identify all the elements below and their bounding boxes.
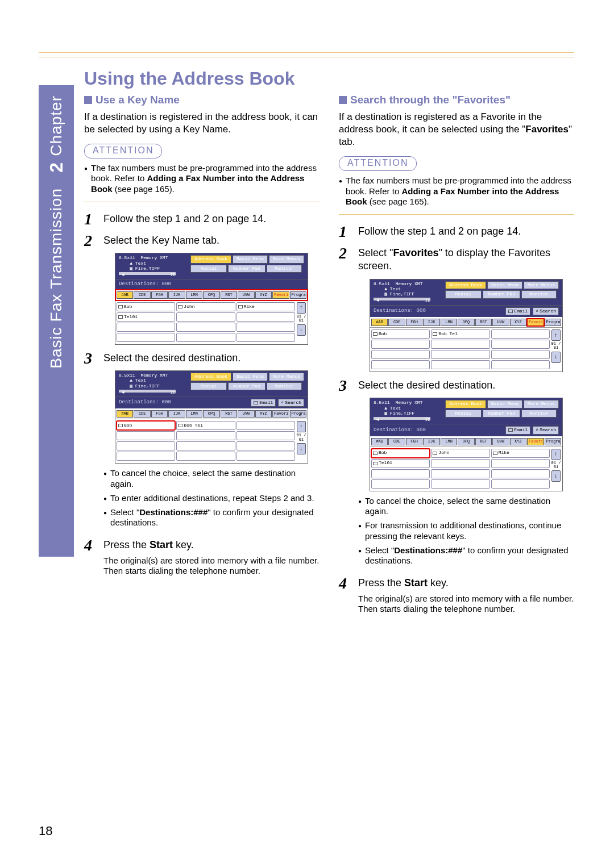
entry-bob-highlighted[interactable]: Bob [371, 449, 430, 458]
fax-icon [178, 424, 182, 427]
email-icon [178, 305, 182, 308]
tab-ab[interactable]: #AB [117, 291, 133, 299]
column-left: Use a Key Name If a destination is regis… [84, 93, 320, 615]
email-icon [493, 452, 497, 455]
tab-uvw[interactable]: UVW [238, 291, 254, 299]
step-3-left: 3 Select the desired destination. 8.5x11… [84, 350, 320, 532]
email-icon [238, 305, 243, 308]
attention-badge: ATTENTION [84, 144, 162, 158]
tab-program-group[interactable]: Program/Group [290, 291, 306, 299]
page-number: 18 [39, 824, 52, 838]
address-book-button[interactable]: Address Book [190, 255, 231, 263]
page-title: Using the Address Book [84, 68, 294, 89]
step-2-left: 2 Select the Key Name tab. 8.5x11 Memory… [84, 233, 320, 345]
tab-fgh[interactable]: FGH [151, 291, 168, 299]
bullet-cancel-left: To cancel the choice, select the same de… [103, 468, 320, 490]
bullet-repeat-left: To enter additional destinations, repeat… [103, 493, 320, 504]
email-icon [433, 452, 437, 455]
tab-rst[interactable]: RST [221, 291, 237, 299]
email-icon [373, 332, 377, 336]
step-2-right: 2 Select "Favorites" to display the Favo… [339, 245, 574, 372]
step-3-right: 3 Select the desired destination. 8.5x11… [339, 378, 574, 570]
basic-menu-button[interactable]: Basic Menu [233, 255, 268, 263]
fax-screen-keyname-tabs: 8.5x11 Memory XMT ▲ Text ▦ Fine,TIFF ◄ID… [115, 253, 308, 345]
fax-icon [373, 462, 377, 465]
search-icon: ⌕ [536, 427, 538, 433]
step-4-right: 4 Press the Start key. The original(s) a… [339, 575, 574, 615]
intro-left: If a destination is registered in the ad… [84, 111, 320, 136]
step-1-right: 1 Follow the step 1 and 2 on page 14. [339, 224, 574, 240]
entry-mike[interactable]: Mike [237, 302, 295, 311]
tab-lmn[interactable]: LMN [186, 291, 202, 299]
intro-right: If a destination is registered as a Favo… [339, 111, 574, 148]
entry-bob-tel[interactable]: Bob Tel [176, 421, 235, 430]
search-icon: ⌕ [281, 400, 284, 406]
email-icon [118, 305, 123, 308]
email-button[interactable]: Email [251, 399, 276, 407]
email-icon [118, 424, 123, 427]
attention-text-left: The fax numbers must be pre-programmed i… [84, 163, 320, 195]
bullet-confirm-left: Select "Destinations:###" to confirm you… [103, 507, 320, 529]
tab-xyz[interactable]: XYZ [255, 291, 272, 299]
search-button[interactable]: ⌕Search [278, 399, 304, 407]
fax-icon [433, 332, 437, 336]
scroll-up-button[interactable]: ↑ [297, 302, 306, 314]
fax-icon [118, 315, 123, 319]
chapter-section-title: Basic Fax Transmission [47, 188, 65, 369]
bullet-confirm-right: Select "Destinations:###" to confirm you… [358, 545, 574, 567]
redial-button[interactable]: Redial [190, 265, 227, 273]
subheading-key-name: Use a Key Name [84, 93, 320, 107]
separator [84, 202, 320, 202]
email-icon [508, 428, 513, 432]
subheading-favorites: Search through the "Favorites" [339, 93, 574, 107]
attention-badge-right: ATTENTION [339, 156, 417, 171]
entry-tel01[interactable]: Tel01 [117, 312, 175, 322]
email-icon [373, 452, 377, 455]
page-indicator: 01 / 01 [296, 315, 306, 323]
bullet-cancel-right: To cancel the choice, select the same de… [358, 496, 574, 518]
step-4-left: 4 Press the Start key. The original(s) a… [84, 537, 320, 577]
chapter-side-tab: Chapter 2 Basic Fax Transmission [39, 85, 74, 557]
attention-text-right: The fax numbers must be pre-programmed i… [339, 176, 574, 207]
scroll-down-button[interactable]: ↓ [297, 324, 306, 336]
tab-favorites[interactable]: Favorites [272, 291, 289, 299]
destinations-label[interactable]: Destinations: 000 [119, 281, 171, 288]
fax-screen-keyname-selection: 8.5x11 Memory XMT ▲ Text ▦ Fine,TIFF ◄ID… [115, 370, 308, 464]
monitor-button[interactable]: Monitor [267, 265, 302, 273]
number-pad-button[interactable]: Number Pad [228, 265, 265, 273]
column-right: Search through the "Favorites" If a dest… [339, 93, 574, 615]
email-icon [254, 401, 258, 404]
fax-screen-favorites-selection: 8.5x11 Memory XMT ▲ Text ▦ Fine,TIFF ◄ID… [370, 398, 563, 491]
bullet-additional-right: For transmission to additional destinati… [358, 520, 574, 542]
entry-bob-highlighted[interactable]: Bob [117, 421, 175, 430]
tab-opq[interactable]: OPQ [203, 291, 219, 299]
entry-bob[interactable]: Bob [117, 302, 175, 311]
step-1-left: 1 Follow the step 1 and 2 on page 14. [84, 211, 320, 227]
email-icon [508, 310, 513, 313]
chapter-label: Chapter [47, 95, 65, 156]
entry-john[interactable]: John [176, 302, 235, 311]
tab-cde[interactable]: CDE [134, 291, 150, 299]
tab-ijk[interactable]: IJK [168, 291, 185, 299]
search-icon: ⌕ [536, 308, 538, 314]
chapter-number: 2 [46, 162, 67, 173]
tab-favorites-highlighted[interactable]: Favorites [527, 319, 544, 326]
key-name-tabs-highlighted: #AB CDE FGH IJK LMN OPQ RST UVW XYZ Favo… [115, 290, 308, 301]
more-menus-button[interactable]: More Menus [269, 255, 304, 263]
fax-screen-favorites-tab: 8.5x11 Memory XMT ▲ Text ▦ Fine,TIFF ◄ID… [370, 279, 563, 372]
